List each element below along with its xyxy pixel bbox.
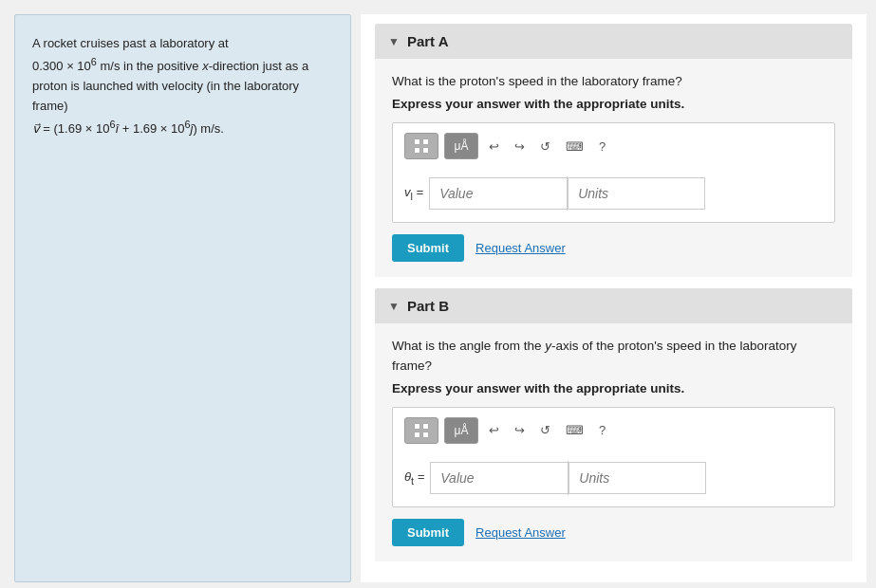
part-a-units-input[interactable]	[568, 177, 705, 210]
part-a-body: What is the proton's speed in the labora…	[375, 59, 852, 277]
part-a-answer-container: μÅ ↩ ↪ ↺ ⌨ ? vl =	[392, 122, 835, 223]
part-a-toolbar: μÅ ↩ ↪ ↺ ⌨ ?	[404, 133, 823, 167]
part-a-label: Part A	[407, 33, 449, 49]
part-a-request-button[interactable]: Request Answer	[475, 241, 566, 255]
matrix-icon	[414, 138, 429, 154]
part-b-units-input[interactable]	[568, 462, 706, 494]
part-b-input-row: θt =	[404, 461, 823, 495]
part-a-action-row: Submit Request Answer	[392, 234, 835, 262]
part-a-collapse-icon: ▼	[388, 35, 400, 48]
part-b-label: Part B	[407, 298, 449, 314]
part-b-reset-icon[interactable]: ↺	[535, 420, 555, 440]
part-b-undo-icon[interactable]: ↩	[484, 420, 504, 440]
problem-panel: A rocket cruises past a laboratory at 0.…	[14, 14, 351, 582]
part-b-keyboard-icon[interactable]: ⌨	[561, 420, 588, 440]
part-b-collapse-icon: ▼	[388, 300, 400, 313]
part-a-value-input[interactable]	[429, 177, 567, 210]
part-a-unit-button[interactable]: μÅ	[444, 133, 478, 159]
part-a-reset-icon[interactable]: ↺	[535, 137, 555, 156]
part-a-submit-button[interactable]: Submit	[392, 234, 464, 262]
part-a-question: What is the proton's speed in the labora…	[392, 72, 835, 91]
part-b-input-label: θt =	[404, 469, 424, 487]
part-b-redo-icon[interactable]: ↪	[510, 420, 530, 440]
part-a-express: Express your answer with the appropriate…	[392, 97, 835, 111]
part-a-help-icon[interactable]: ?	[594, 137, 610, 156]
right-panel: ▼ Part A What is the proton's speed in t…	[361, 14, 867, 582]
part-a-redo-icon[interactable]: ↪	[510, 137, 530, 156]
part-a-matrix-button[interactable]	[404, 133, 438, 159]
part-b-answer-container: μÅ ↩ ↪ ↺ ⌨ ? θt =	[392, 407, 835, 507]
part-b-matrix-button[interactable]	[404, 417, 438, 444]
problem-text: A rocket cruises past a laboratory at 0.…	[32, 34, 333, 139]
part-b-header[interactable]: ▼ Part B	[375, 288, 852, 323]
part-b-matrix-icon	[414, 423, 429, 438]
part-b-unit-button[interactable]: μÅ	[444, 417, 478, 444]
part-b-question: What is the angle from the y-axis of the…	[392, 337, 835, 376]
part-b-request-button[interactable]: Request Answer	[475, 525, 566, 540]
part-a-header[interactable]: ▼ Part A	[375, 24, 852, 59]
part-b-toolbar: μÅ ↩ ↪ ↺ ⌨ ?	[404, 417, 823, 451]
part-b-submit-button[interactable]: Submit	[392, 519, 464, 546]
part-b-help-icon[interactable]: ?	[594, 420, 610, 440]
part-b-section: ▼ Part B What is the angle from the y-ax…	[375, 288, 852, 561]
part-b-express: Express your answer with the appropriate…	[392, 381, 835, 395]
part-a-undo-icon[interactable]: ↩	[484, 137, 504, 156]
part-a-input-label: vl =	[404, 185, 423, 202]
part-a-section: ▼ Part A What is the proton's speed in t…	[375, 24, 852, 277]
part-b-value-input[interactable]	[430, 462, 568, 494]
part-a-keyboard-icon[interactable]: ⌨	[561, 137, 588, 156]
part-b-body: What is the angle from the y-axis of the…	[375, 323, 852, 561]
part-a-input-row: vl =	[404, 176, 823, 211]
part-b-action-row: Submit Request Answer	[392, 519, 835, 546]
